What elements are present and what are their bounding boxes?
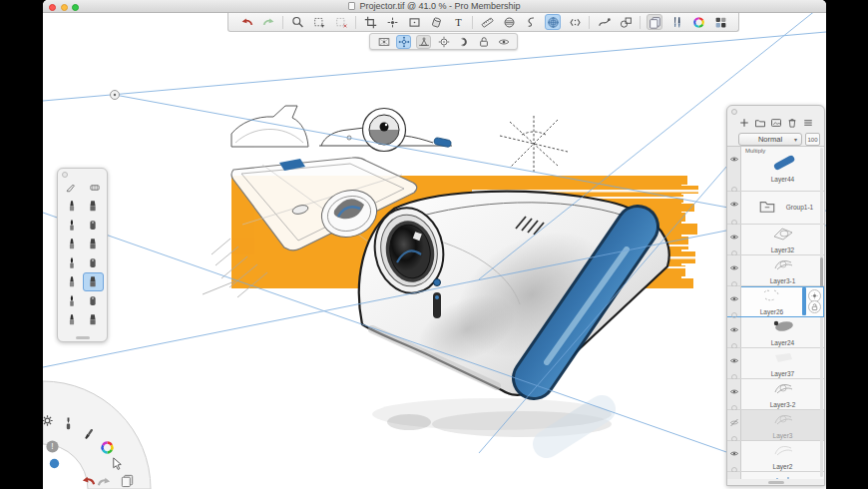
lagoon-redo-icon[interactable]: [96, 474, 112, 489]
eye-icon[interactable]: [729, 150, 739, 158]
panel-knob-icon[interactable]: [62, 172, 68, 178]
persp-visibility-icon[interactable]: [496, 35, 511, 49]
eye-icon[interactable]: [729, 475, 739, 479]
minimize-button[interactable]: [61, 4, 68, 11]
eye-icon[interactable]: [729, 289, 739, 297]
lagoon-alert-icon[interactable]: !: [44, 438, 60, 454]
layer-row-Layer24[interactable]: Layer24: [727, 317, 824, 348]
layer-main[interactable]: Layer2: [741, 441, 824, 471]
brush-marker-1[interactable]: [62, 216, 83, 235]
lagoon-undo-icon[interactable]: [80, 473, 96, 489]
persp-fisheye-icon[interactable]: [436, 35, 451, 49]
vanishing-point-marker[interactable]: [111, 91, 120, 100]
layer-opacity-field[interactable]: 100: [805, 133, 820, 146]
layer-marker-icon[interactable]: [730, 460, 738, 468]
brush-paintbrush-2[interactable]: [83, 272, 104, 291]
eye-icon[interactable]: [729, 444, 739, 452]
layer-marker-icon[interactable]: [730, 398, 738, 406]
eye-icon[interactable]: [729, 228, 739, 236]
add-layer-icon[interactable]: [736, 116, 751, 129]
tool-select-icon[interactable]: [311, 14, 327, 30]
group-layers-icon[interactable]: [752, 116, 767, 129]
layer-lock-button[interactable]: [808, 300, 821, 313]
tool-ellipse-guide-icon[interactable]: [501, 14, 517, 30]
lagoon-color-wheel-icon[interactable]: [99, 439, 115, 455]
tool-french-curve-icon[interactable]: [523, 14, 539, 30]
tool-shape-icon[interactable]: [618, 14, 634, 30]
layer-marker-icon[interactable]: [730, 274, 738, 282]
layer-row-Layer3-2[interactable]: Layer3-2: [727, 379, 824, 410]
tool-undo-icon[interactable]: [238, 14, 254, 30]
tool-copic-library-icon[interactable]: [712, 14, 728, 30]
tool-transform-icon[interactable]: [384, 14, 400, 30]
layer-main[interactable]: Layer3-2: [741, 379, 824, 409]
blend-mode-select[interactable]: Normal ▾: [738, 133, 802, 146]
tool-stroke-style-icon[interactable]: [596, 14, 612, 30]
brush-smear-2[interactable]: [83, 291, 104, 310]
lagoon-cursor-icon[interactable]: [109, 455, 125, 471]
layer-main[interactable]: Layer43: [741, 472, 824, 479]
layer-main[interactable]: Layer24: [741, 317, 824, 347]
layer-row-Layer32[interactable]: Layer32: [727, 225, 824, 255]
layer-main[interactable]: Layer37: [741, 348, 824, 378]
brush-library-icon[interactable]: [87, 181, 102, 194]
tool-redo-icon[interactable]: [260, 14, 276, 30]
layer-row-Layer3[interactable]: Layer3: [727, 410, 824, 441]
eye-off-icon[interactable]: [729, 413, 739, 421]
lagoon-widget[interactable]: !: [43, 359, 175, 489]
layers-panel[interactable]: Normal ▾ 100 MultiplyLayer44Group1-1Laye…: [726, 105, 825, 486]
persp-horizon-icon[interactable]: [416, 35, 431, 49]
tool-brush-palette-icon[interactable]: [668, 14, 684, 30]
brush-eraser-2[interactable]: [83, 310, 104, 329]
brush-chisel-1[interactable]: [62, 235, 83, 253]
layer-marker-icon[interactable]: [730, 336, 738, 344]
brush-eraser-1[interactable]: [62, 310, 83, 329]
layer-marker-icon[interactable]: [730, 213, 738, 221]
panel-resize-handle[interactable]: [768, 481, 784, 484]
layer-row-Layer44[interactable]: MultiplyLayer44: [727, 147, 824, 192]
brush-marker-2[interactable]: [83, 216, 104, 235]
persp-perspective-grid-icon[interactable]: [376, 35, 391, 49]
layer-main[interactable]: Layer26: [741, 286, 802, 316]
lagoon-pen-tool-icon[interactable]: [60, 415, 76, 431]
eye-icon[interactable]: [729, 195, 739, 203]
eye-icon[interactable]: [729, 320, 739, 328]
layer-main[interactable]: Layer32: [741, 225, 824, 254]
lagoon-brush-tool-icon[interactable]: [80, 426, 96, 442]
layer-main[interactable]: Group1-1: [741, 192, 824, 224]
brush-chisel-2[interactable]: [83, 235, 104, 253]
layer-main[interactable]: Layer3-1: [741, 255, 824, 285]
panel-resize-handle[interactable]: [76, 336, 90, 339]
layer-marker-icon[interactable]: [730, 367, 738, 375]
lagoon-settings-icon[interactable]: [43, 412, 55, 428]
layer-marker-icon[interactable]: [730, 244, 738, 251]
layer-row-Group1-1[interactable]: Group1-1: [727, 192, 824, 225]
tool-crop-icon[interactable]: [362, 14, 378, 30]
layer-row-Layer3-1[interactable]: Layer3-1: [727, 255, 824, 286]
lagoon-layers-icon[interactable]: [119, 472, 135, 488]
layer-marker-icon[interactable]: [730, 429, 738, 437]
close-button[interactable]: [49, 4, 56, 11]
import-image-icon[interactable]: [768, 116, 783, 129]
tool-layer-editor-icon[interactable]: [647, 14, 662, 30]
layer-row-Layer37[interactable]: Layer37: [727, 348, 824, 379]
brush-airbrush-2[interactable]: [83, 253, 104, 272]
layer-marker-icon[interactable]: [730, 180, 738, 188]
eye-icon[interactable]: [729, 382, 739, 390]
lagoon-color-dot[interactable]: [46, 455, 62, 471]
tool-fill-icon[interactable]: [428, 14, 444, 30]
layer-row-Layer26[interactable]: Layer26: [727, 286, 824, 317]
layer-menu-icon[interactable]: [800, 116, 815, 129]
layer-row-Layer2[interactable]: Layer2: [727, 441, 824, 472]
zoom-window-button[interactable]: [72, 4, 79, 11]
persp-vanishing-point-move-icon[interactable]: [396, 35, 411, 49]
brush-ballpoint[interactable]: [83, 197, 104, 216]
brush-smear-1[interactable]: [62, 291, 83, 310]
brush-edit-icon[interactable]: [63, 181, 78, 194]
delete-layer-icon[interactable]: [784, 116, 799, 129]
eye-icon[interactable]: [729, 258, 739, 266]
tool-perspective-icon[interactable]: [545, 14, 561, 30]
layer-main[interactable]: Layer3: [741, 410, 824, 440]
layer-marker-icon[interactable]: [730, 305, 738, 313]
tool-text-icon[interactable]: T: [450, 14, 466, 30]
